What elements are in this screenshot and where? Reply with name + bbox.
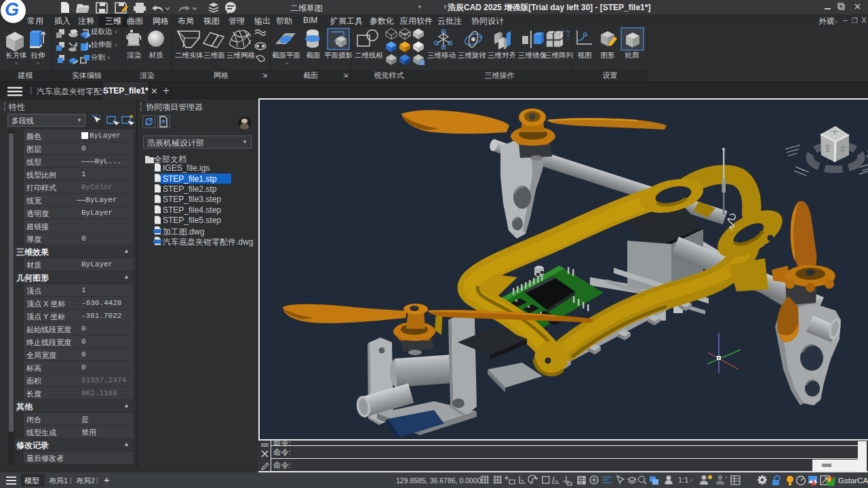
svg-text:˅: ˅ — [690, 478, 692, 483]
svg-text:GstarCAD: GstarCAD — [838, 476, 868, 485]
svg-text:1:1: 1:1 — [678, 476, 688, 484]
